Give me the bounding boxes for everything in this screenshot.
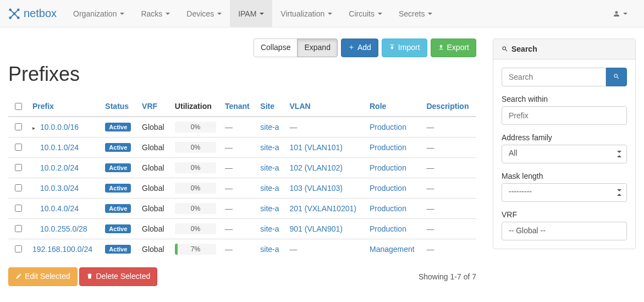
prefix-link[interactable]: 10.0.3.0/24 <box>32 184 79 193</box>
select-all-checkbox[interactable] <box>15 103 22 110</box>
delete-selected-button[interactable]: Delete Selected <box>79 267 157 286</box>
user-menu[interactable] <box>605 1 636 26</box>
vrf-multiselect[interactable]: -- Global -- <box>502 222 627 240</box>
brand-link[interactable]: netbox <box>8 7 65 20</box>
site-link[interactable]: site-a <box>260 143 279 152</box>
search-icon <box>613 72 620 83</box>
top-actions: Collapse Expand Add Import Export <box>8 39 476 57</box>
role-link[interactable]: Production <box>370 224 406 233</box>
col-status[interactable]: Status <box>101 97 137 117</box>
mask-length-select[interactable]: --------- <box>502 183 627 202</box>
role-link[interactable]: Production <box>370 204 406 213</box>
vlan-link[interactable]: 103 (VLAN103) <box>290 184 343 193</box>
vrf-cell: Global <box>137 218 170 239</box>
prefix-link[interactable]: 192.168.100.0/24 <box>32 245 92 254</box>
trash-icon <box>86 271 93 282</box>
nav-item-label: IPAM <box>238 8 256 19</box>
utilization-bar: 0% <box>175 183 216 194</box>
page-title: Prefixes <box>8 63 476 86</box>
nav-item-organization[interactable]: Organization <box>65 0 133 28</box>
role-link[interactable]: Production <box>370 143 406 152</box>
row-checkbox[interactable] <box>15 245 22 252</box>
user-icon <box>613 9 620 18</box>
vrf-cell: Global <box>137 157 170 178</box>
row-checkbox[interactable] <box>15 184 22 191</box>
table-row: ▸10.0.0.0/16ActiveGlobal0%—site-a—Produc… <box>8 117 476 138</box>
edit-selected-button[interactable]: Edit Selected <box>8 267 78 286</box>
vlan-link[interactable]: 102 (VLAN102) <box>290 163 343 172</box>
prefix-link[interactable]: 10.0.0.0/16 <box>40 123 79 131</box>
vrf-option-global[interactable]: -- Global -- <box>504 224 624 237</box>
export-button[interactable]: Export <box>431 39 476 57</box>
nav-item-racks[interactable]: Racks <box>133 0 178 28</box>
table-row: 10.0.1.0/24ActiveGlobal0%—site-a101 (VLA… <box>8 137 476 157</box>
site-link[interactable]: site-a <box>260 184 279 193</box>
row-checkbox[interactable] <box>15 225 22 232</box>
tenant-cell: — <box>225 184 233 193</box>
role-link[interactable]: Production <box>370 184 406 193</box>
prefix-link[interactable]: 10.0.2.0/24 <box>32 163 79 172</box>
nav-item-circuits[interactable]: Circuits <box>340 0 390 28</box>
search-heading: Search <box>511 45 537 53</box>
site-link[interactable]: site-a <box>260 204 279 213</box>
utilization-bar: 0% <box>175 142 216 153</box>
search-within-input[interactable] <box>502 106 627 125</box>
site-link[interactable]: site-a <box>260 224 279 233</box>
role-link[interactable]: Production <box>370 123 406 131</box>
site-link[interactable]: site-a <box>260 163 279 172</box>
role-link[interactable]: Production <box>370 163 406 172</box>
search-submit-button[interactable] <box>606 68 627 86</box>
vrf-cell: Global <box>137 239 170 259</box>
search-input[interactable] <box>502 68 606 86</box>
address-family-label: Address family <box>502 133 627 142</box>
nav-item-label: Racks <box>141 8 162 19</box>
nav-item-ipam[interactable]: IPAM <box>230 0 272 28</box>
status-badge: Active <box>105 204 131 213</box>
vlan-link[interactable]: 101 (VLAN101) <box>290 143 343 152</box>
add-button[interactable]: Add <box>341 39 378 57</box>
import-button[interactable]: Import <box>382 39 427 57</box>
col-prefix[interactable]: Prefix <box>28 97 101 117</box>
address-family-select[interactable]: All <box>502 145 627 163</box>
vlan-cell: — <box>290 123 298 131</box>
row-checkbox[interactable] <box>15 205 22 212</box>
col-role[interactable]: Role <box>365 97 422 117</box>
status-badge: Active <box>105 245 131 254</box>
table-row: 10.0.255.0/28ActiveGlobal0%—site-a901 (V… <box>8 218 476 239</box>
collapse-label: Collapse <box>261 42 290 53</box>
pagination-text: Showing 1-7 of 7 <box>419 272 476 281</box>
add-label: Add <box>357 42 371 53</box>
navbar: netbox OrganizationRacksDevicesIPAMVirtu… <box>0 0 644 28</box>
upload-icon <box>438 42 444 53</box>
expand-toggle-icon[interactable]: ▸ <box>32 125 38 131</box>
nav-item-devices[interactable]: Devices <box>178 0 230 28</box>
collapse-button[interactable]: Collapse <box>254 39 298 57</box>
expand-button[interactable]: Expand <box>297 39 337 57</box>
vlan-link[interactable]: 201 (VXLAN10201) <box>290 204 356 213</box>
svg-point-3 <box>17 17 20 19</box>
row-checkbox[interactable] <box>15 123 22 130</box>
prefix-link[interactable]: 10.0.1.0/24 <box>32 143 79 152</box>
vlan-cell: — <box>290 245 298 254</box>
tenant-cell: — <box>225 143 233 152</box>
col-site[interactable]: Site <box>256 97 285 117</box>
site-link[interactable]: site-a <box>260 123 279 131</box>
status-badge: Active <box>105 123 131 131</box>
col-tenant[interactable]: Tenant <box>221 97 256 117</box>
nav-item-label: Virtualization <box>280 8 324 19</box>
svg-point-0 <box>9 8 12 11</box>
col-vlan[interactable]: VLAN <box>285 97 366 117</box>
svg-point-4 <box>13 12 16 15</box>
site-link[interactable]: site-a <box>260 245 279 254</box>
nav-item-virtualization[interactable]: Virtualization <box>272 0 340 28</box>
prefix-link[interactable]: 10.0.4.0/24 <box>32 204 79 213</box>
col-vrf[interactable]: VRF <box>137 97 170 117</box>
prefix-link[interactable]: 10.0.255.0/28 <box>32 224 87 233</box>
vlan-link[interactable]: 901 (VLAN901) <box>290 224 343 233</box>
role-link[interactable]: Management <box>370 245 415 254</box>
caret-down-icon <box>428 13 432 15</box>
row-checkbox[interactable] <box>15 144 22 151</box>
nav-item-secrets[interactable]: Secrets <box>390 0 441 28</box>
col-description[interactable]: Description <box>422 97 476 117</box>
row-checkbox[interactable] <box>15 164 22 171</box>
